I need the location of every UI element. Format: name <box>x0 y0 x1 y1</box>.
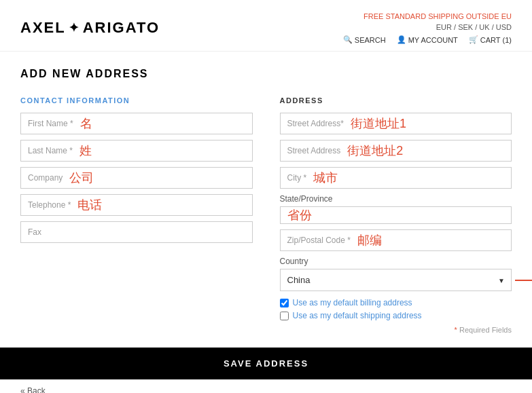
cart-icon: 🛒 <box>469 35 478 44</box>
country-select-wrapper[interactable]: China United States United Kingdom Franc… <box>280 269 512 291</box>
street1-field[interactable]: Street Address* 街道地址1 <box>280 113 512 134</box>
country-select[interactable]: China United States United Kingdom Franc… <box>280 269 512 291</box>
billing-checkbox-item: Use as my default billing address <box>280 298 512 307</box>
billing-checkbox-label: Use as my default billing address <box>293 298 412 307</box>
required-note: * Required Fields <box>280 326 512 334</box>
shipping-banner: FREE STANDARD SHIPPING OUTSIDE EU <box>343 12 512 20</box>
page-content: ADD NEW ADDRESS CONTACT INFORMATION Firs… <box>0 52 532 334</box>
country-label: Country <box>280 257 512 266</box>
state-label: State/Province <box>280 194 512 204</box>
logo: AXEL ✦ ARIGATO <box>20 12 160 37</box>
checkbox-group: Use as my default billing address Use as… <box>280 298 512 320</box>
page-title: ADD NEW ADDRESS <box>20 68 512 80</box>
telephone-field[interactable]: Telephone * 电话 <box>20 194 253 216</box>
back-link[interactable]: « Back <box>0 379 66 393</box>
fax-field[interactable]: Fax <box>20 221 253 243</box>
contact-section: CONTACT INFORMATION First Name * 名 Last … <box>20 96 253 334</box>
city-field[interactable]: City * 城市 <box>280 167 512 189</box>
shipping-checkbox[interactable] <box>280 312 289 320</box>
required-fields-text: Required Fields <box>459 326 512 334</box>
state-field-wrapper: State/Province 省份 <box>280 194 512 224</box>
form-container: CONTACT INFORMATION First Name * 名 Last … <box>20 96 512 334</box>
required-star: * <box>455 326 457 334</box>
account-link[interactable]: 👤 MY ACCOUNT <box>397 35 458 44</box>
state-field[interactable]: 省份 <box>280 206 512 224</box>
currency-nav: EUR / SEK / UK / USD <box>343 23 512 31</box>
red-arrow-annotation <box>515 274 532 287</box>
header: AXEL ✦ ARIGATO FREE STANDARD SHIPPING OU… <box>0 0 532 52</box>
cart-link[interactable]: 🛒 CART (1) <box>469 35 512 44</box>
street2-field[interactable]: Street Address 街道地址2 <box>280 140 512 162</box>
zip-field[interactable]: Zip/Postal Code * 邮编 <box>280 229 512 251</box>
shipping-checkbox-label: Use as my default shipping address <box>293 311 422 320</box>
shipping-checkbox-item: Use as my default shipping address <box>280 311 512 320</box>
billing-checkbox[interactable] <box>280 299 289 307</box>
company-field[interactable]: Company 公司 <box>20 167 253 189</box>
header-right: FREE STANDARD SHIPPING OUTSIDE EU EUR / … <box>343 12 512 44</box>
top-nav: 🔍 SEARCH 👤 MY ACCOUNT 🛒 CART (1) <box>343 35 512 44</box>
logo-text-right: ARIGATO <box>83 19 160 37</box>
last-name-field[interactable]: Last Name * 姓 <box>20 140 253 162</box>
logo-text-left: AXEL <box>20 19 66 37</box>
address-section-title: ADDRESS <box>280 96 512 105</box>
save-bar: SAVE ADDRESS <box>0 348 532 379</box>
country-wrapper: Country China United States United Kingd… <box>280 257 512 291</box>
first-name-field[interactable]: First Name * 名 <box>20 113 253 134</box>
contact-section-title: CONTACT INFORMATION <box>20 96 253 105</box>
search-icon: 🔍 <box>343 35 353 44</box>
search-link[interactable]: 🔍 SEARCH <box>343 35 386 44</box>
account-icon: 👤 <box>397 35 406 44</box>
save-address-button[interactable]: SAVE ADDRESS <box>11 358 521 369</box>
logo-symbol: ✦ <box>69 20 80 35</box>
address-section: ADDRESS Street Address* 街道地址1 Street Add… <box>280 96 512 334</box>
